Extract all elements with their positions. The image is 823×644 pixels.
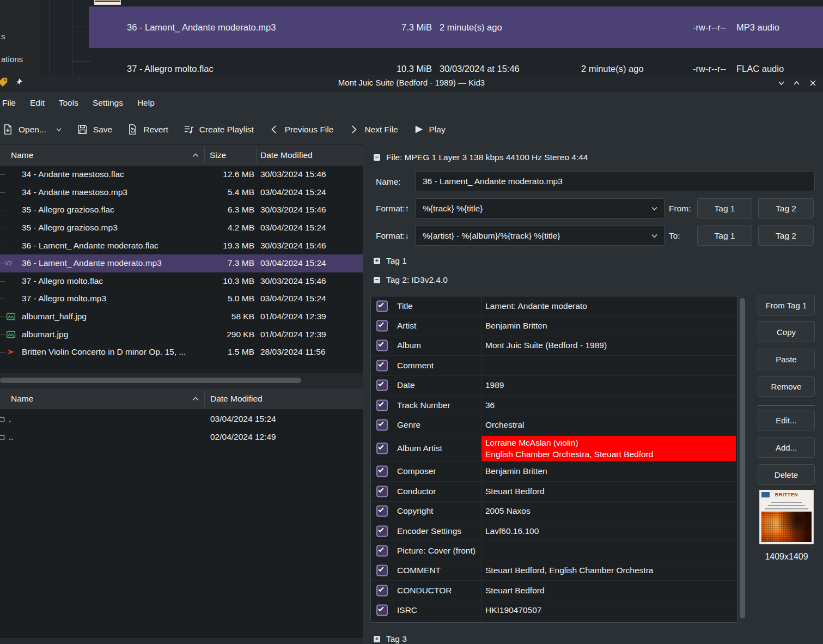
menu-settings[interactable]: Settings bbox=[86, 98, 130, 108]
column-divider[interactable] bbox=[256, 147, 257, 163]
kid3-titlebar[interactable]: Mont Juic Suite (Bedford - 1989) — Kid3 bbox=[0, 75, 823, 92]
toolbar-play-button[interactable]: Play bbox=[413, 124, 446, 135]
tag-field-checkbox[interactable] bbox=[376, 300, 388, 312]
edit-button[interactable]: Edit... bbox=[758, 410, 815, 430]
column-header-name[interactable]: Name bbox=[11, 150, 33, 160]
tag-field-value[interactable]: Steuart Bedford bbox=[481, 586, 736, 596]
to-tag2-button[interactable]: Tag 2 bbox=[758, 226, 814, 246]
menu-tools[interactable]: Tools bbox=[52, 98, 86, 108]
file-list-row[interactable]: Britten Violin Concerto in D minor Op. 1… bbox=[0, 343, 363, 361]
collapse-icon[interactable]: − bbox=[374, 277, 380, 283]
tag-field-row[interactable]: GenreOrchestral bbox=[371, 415, 737, 435]
tag-field-row[interactable]: Encoder SettingsLavf60.16.100 bbox=[371, 521, 737, 541]
column-divider[interactable] bbox=[204, 391, 205, 407]
tag-field-checkbox[interactable] bbox=[376, 525, 388, 537]
tag-field-value[interactable]: 1989 bbox=[481, 380, 736, 390]
column-header-date[interactable]: Date Modified bbox=[260, 150, 313, 160]
to-tag1-button[interactable]: Tag 1 bbox=[697, 226, 752, 246]
tag-field-checkbox[interactable] bbox=[376, 605, 388, 616]
tag1-section-header[interactable]: + Tag 1 bbox=[374, 256, 407, 266]
file-list-row[interactable]: albumart_half.jpg58 KB01/04/2024 12:39 bbox=[0, 308, 363, 326]
window-shade-button[interactable] bbox=[777, 78, 786, 88]
menu-edit[interactable]: Edit bbox=[23, 98, 52, 108]
menu-help[interactable]: Help bbox=[130, 98, 162, 108]
tag-field-value[interactable]: Orchestral bbox=[481, 420, 736, 430]
filename-input[interactable]: 36 - Lament_ Andante moderato.mp3 bbox=[415, 172, 815, 191]
horizontal-scrollbar-thumb[interactable] bbox=[0, 378, 301, 383]
tag-field-row[interactable]: Track Number36 bbox=[371, 396, 737, 415]
format-from-name-combobox[interactable]: %{artist} - %{album}/%{track} %{title} bbox=[415, 226, 665, 246]
tag-field-row[interactable]: ArtistBenjamin Britten bbox=[371, 316, 737, 336]
tag-field-row[interactable]: Album ArtistLorraine McAslan (violin) En… bbox=[371, 435, 737, 462]
toolbar-open-button[interactable]: Open... bbox=[2, 124, 62, 135]
tag-field-checkbox[interactable] bbox=[376, 565, 388, 576]
chevron-down-icon[interactable] bbox=[56, 127, 62, 132]
menu-file[interactable]: File bbox=[0, 98, 23, 108]
column-header-size[interactable]: Size bbox=[210, 150, 226, 160]
tag3-section-header[interactable]: + Tag 3 bbox=[374, 634, 407, 644]
tag-field-checkbox[interactable] bbox=[376, 340, 388, 351]
copy-button[interactable]: Copy bbox=[758, 321, 815, 342]
column-divider[interactable] bbox=[204, 147, 205, 163]
tag-field-row[interactable]: CONDUCTORSteuart Bedford bbox=[371, 581, 737, 600]
fm-file-row[interactable]: BRITTEN36 - Lament_ Andante moderato.mp3… bbox=[0, 7, 823, 48]
file-list-row[interactable]: 34 - Andante maestoso.flac12.6 MB30/03/2… bbox=[0, 166, 363, 184]
tag-field-row[interactable]: ISRCHKI190470507 bbox=[371, 600, 737, 620]
window-close-button[interactable] bbox=[808, 78, 818, 88]
file-list-row[interactable]: 34 - Andante maestoso.mp35.4 MB03/04/202… bbox=[0, 184, 363, 202]
expand-icon[interactable]: + bbox=[374, 258, 380, 264]
tag-field-value[interactable]: 2005 Naxos bbox=[481, 506, 736, 516]
toolbar-revert-button[interactable]: Revert bbox=[127, 124, 168, 135]
tag-field-value[interactable]: Steuart Bedford bbox=[481, 487, 736, 496]
tag-field-value[interactable]: Lavf60.16.100 bbox=[481, 526, 736, 536]
tag-field-checkbox[interactable] bbox=[376, 585, 388, 596]
file-list-row[interactable]: 35 - Allegro grazioso.flac6.3 MB30/03/20… bbox=[0, 201, 363, 219]
column-header-name[interactable]: Name bbox=[11, 394, 33, 404]
tag-field-value[interactable]: HKI190470507 bbox=[481, 605, 736, 615]
tag-field-value[interactable]: Benjamin Britten bbox=[481, 466, 736, 476]
file-list-row[interactable]: 37 - Allegro molto.mp35.0 MB03/04/2024 1… bbox=[0, 290, 363, 308]
tag-field-row[interactable]: TitleLament: Andante moderato bbox=[371, 296, 737, 316]
tag-field-row[interactable]: AlbumMont Juic Suite (Bedford - 1989) bbox=[371, 336, 737, 356]
column-header-date[interactable]: Date Modified bbox=[210, 394, 263, 404]
expand-icon[interactable]: + bbox=[374, 636, 380, 642]
toolbar-save-button[interactable]: Save bbox=[77, 124, 112, 135]
delete-button[interactable]: Delete bbox=[758, 464, 815, 485]
tag-field-checkbox[interactable] bbox=[376, 420, 388, 431]
tag-field-value[interactable]: Benjamin Britten bbox=[481, 321, 736, 331]
dir-list-row[interactable]: ..02/04/2024 12:49 bbox=[0, 428, 363, 446]
file-list-row[interactable]: albumart.jpg290 KB01/04/2024 12:39 bbox=[0, 325, 363, 343]
vertical-scrollbar-thumb[interactable] bbox=[740, 298, 745, 618]
tag-field-checkbox[interactable] bbox=[376, 320, 388, 332]
tag-field-checkbox[interactable] bbox=[376, 545, 388, 556]
tag-field-row[interactable]: ConductorSteuart Bedford bbox=[371, 482, 737, 501]
file-list-row[interactable]: 36 - Lament_ Andante moderato.flac19.3 M… bbox=[0, 236, 363, 254]
tag-field-value[interactable]: 36 bbox=[481, 400, 736, 410]
toolbar-previous-file-button[interactable]: Previous File bbox=[269, 124, 334, 135]
tag-field-row[interactable]: Picture: Cover (front) bbox=[371, 541, 737, 561]
tag-field-row[interactable]: Comment bbox=[371, 356, 737, 375]
tag-field-value[interactable]: Mont Juic Suite (Bedford - 1989) bbox=[481, 341, 736, 350]
from-tag-1-button[interactable]: From Tag 1 bbox=[758, 295, 815, 315]
add-button[interactable]: Add... bbox=[758, 437, 815, 458]
tag-field-checkbox[interactable] bbox=[376, 442, 388, 454]
tag-field-row[interactable]: COMMENTSteuart Bedford, English Chamber … bbox=[371, 561, 737, 581]
tag-field-value[interactable]: Steuart Bedford, English Chamber Orchest… bbox=[481, 566, 736, 575]
tag-field-row[interactable]: Copyright2005 Naxos bbox=[371, 502, 737, 521]
paste-button[interactable]: Paste bbox=[758, 349, 815, 369]
from-tag2-button[interactable]: Tag 2 bbox=[758, 198, 814, 218]
tag-field-checkbox[interactable] bbox=[376, 399, 388, 411]
tag-field-value[interactable]: Lorraine McAslan (violin) English Chambe… bbox=[481, 436, 736, 461]
toolbar-next-file-button[interactable]: Next File bbox=[348, 124, 398, 135]
tag2-section-header[interactable]: − Tag 2: ID3v2.4.0 bbox=[374, 275, 448, 285]
format-to-name-combobox[interactable]: %{track} %{title} bbox=[415, 198, 665, 218]
tag-field-row[interactable]: Date1989 bbox=[371, 376, 737, 396]
album-cover-preview[interactable]: BRITTEN bbox=[759, 490, 814, 544]
fm-file-row[interactable]: BRITTEN37 - Allegro molto.flac10.3 MiB30… bbox=[0, 48, 823, 75]
collapse-icon[interactable]: − bbox=[374, 154, 380, 161]
from-tag1-button[interactable]: Tag 1 bbox=[697, 198, 752, 218]
toolbar-create-playlist-button[interactable]: Create Playlist bbox=[183, 124, 254, 135]
tag-field-checkbox[interactable] bbox=[376, 380, 388, 391]
tag-field-checkbox[interactable] bbox=[376, 485, 388, 497]
tag-field-checkbox[interactable] bbox=[376, 360, 388, 371]
